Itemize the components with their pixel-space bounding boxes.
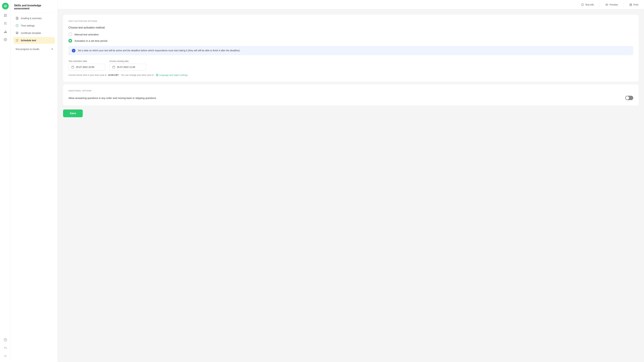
info-box: i Set a date on which your test will be … <box>68 46 633 55</box>
print-label: Print <box>634 3 638 6</box>
calendar-icon-1 <box>71 66 74 68</box>
sidebar-item-certificate-label: Certificate template <box>21 32 41 34</box>
nav-sidebar: Skills and knowledge assessment Grading … <box>11 0 58 362</box>
info-box-text: Set a date on which your test will be ac… <box>78 48 240 52</box>
icon-sidebar <box>0 0 11 362</box>
sidebar-item-grading[interactable]: Grading & summary <box>14 15 55 22</box>
alarm-icon <box>16 39 19 42</box>
activation-date-label: Test activation date <box>68 60 105 62</box>
settings-icon[interactable] <box>2 36 9 43</box>
svg-point-9 <box>5 39 6 40</box>
globe-icon <box>156 74 158 76</box>
closing-date-label: Access closing date <box>109 60 146 62</box>
radio-manual[interactable]: Manual test activation <box>68 32 633 36</box>
server-time-prefix: Current server time in your time zone is… <box>68 74 107 76</box>
sidebar-item-time-label: Time settings <box>21 24 35 27</box>
svg-point-21 <box>606 4 607 5</box>
expand-icon[interactable] <box>2 352 9 359</box>
activation-date-value: 25.07.2022 10:00 <box>76 66 94 68</box>
closing-date-value: 25.07.2022 11:00 <box>117 66 135 68</box>
server-time-value: 12:55 CET <box>108 74 118 76</box>
radio-manual-label: Manual test activation <box>74 33 99 36</box>
info-circle-icon <box>581 3 584 6</box>
svg-rect-0 <box>4 14 5 15</box>
print-icon <box>630 3 632 6</box>
back-icon[interactable] <box>2 344 9 351</box>
closing-date-group: Access closing date 25.07.2022 11:00 <box>109 60 146 70</box>
activation-date-input[interactable]: 25.07.2022 10:00 <box>68 64 105 70</box>
sidebar-item-grading-label: Grading & summary <box>21 17 42 20</box>
nav-section-test-progress[interactable]: Test progress & results ▾ <box>14 46 55 52</box>
toggle-row: Allow answering questions in any order a… <box>68 96 633 100</box>
info-icon: i <box>72 49 76 52</box>
dashboard-icon[interactable] <box>2 12 9 19</box>
users-icon[interactable] <box>2 20 9 27</box>
top-bar: Test info Preview Print <box>58 0 644 10</box>
eye-icon <box>606 3 608 6</box>
date-fields-row: Test activation date 25.07.2022 10:00 Ac… <box>68 60 633 70</box>
toggle-knob <box>626 96 629 100</box>
calendar-icon-2 <box>112 66 115 68</box>
preview-label: Preview <box>610 3 618 6</box>
print-button[interactable]: Print <box>628 2 640 7</box>
page-title: Skills and knowledge assessment <box>14 3 55 13</box>
scroll-area: TEST ACTIVATION OPTIONS Choose test acti… <box>58 10 644 362</box>
cert-icon <box>16 31 19 35</box>
doc-icon <box>16 16 19 20</box>
save-button[interactable]: Save <box>63 110 83 117</box>
svg-point-10 <box>4 338 7 342</box>
server-time-row: Current server time in your time zone is… <box>68 74 633 76</box>
activation-date-group: Test activation date 25.07.2022 10:00 <box>68 60 105 70</box>
additional-section-label: ADDITIONAL OPTIONS <box>68 90 633 92</box>
save-button-row: Save <box>63 108 639 120</box>
server-time-suffix: . You can change your time zone in : <box>120 74 155 76</box>
activation-section-label: TEST ACTIVATION OPTIONS <box>68 20 633 22</box>
clock-icon <box>16 24 19 27</box>
separator-2 <box>624 3 624 7</box>
radio-set-time-label: Activation in a set time period <box>74 40 107 42</box>
activation-card: TEST ACTIVATION OPTIONS Choose test acti… <box>63 15 639 82</box>
test-info-label: Test info <box>585 3 594 6</box>
sidebar-item-schedule[interactable]: Schedule test <box>14 37 55 44</box>
language-region-label: Language and region settings <box>159 74 188 76</box>
sidebar-item-time-settings[interactable]: Time settings <box>14 22 55 29</box>
sidebar-item-certificate[interactable]: Certificate template <box>14 30 55 36</box>
allow-any-order-toggle[interactable] <box>625 96 633 100</box>
test-info-button[interactable]: Test info <box>580 2 596 7</box>
radio-manual-circle <box>68 32 72 36</box>
app-logo <box>2 3 9 10</box>
chevron-down-icon: ▾ <box>52 48 53 51</box>
closing-date-input[interactable]: 25.07.2022 11:00 <box>109 64 146 70</box>
additional-options-card: ADDITIONAL OPTIONS Allow answering quest… <box>63 84 639 106</box>
radio-set-time-circle <box>68 39 72 42</box>
main-content: Test info Preview Print TEST ACTIVATION … <box>58 0 644 362</box>
svg-rect-27 <box>112 66 115 68</box>
language-region-link[interactable]: Language and region settings <box>156 74 188 76</box>
toggle-label: Allow answering questions in any order a… <box>68 96 156 100</box>
separator-1 <box>600 3 600 7</box>
svg-rect-2 <box>4 16 5 17</box>
radio-set-time[interactable]: Activation in a set time period <box>68 39 633 42</box>
svg-rect-3 <box>6 16 6 17</box>
help-icon[interactable] <box>2 336 9 343</box>
nav-section-label: Test progress & results <box>16 48 39 50</box>
svg-rect-23 <box>72 66 74 68</box>
choose-method-label: Choose test activation method: <box>68 26 633 29</box>
analytics-icon[interactable] <box>2 28 9 35</box>
svg-point-4 <box>4 22 6 24</box>
svg-rect-1 <box>6 14 6 15</box>
sidebar-item-schedule-label: Schedule test <box>21 39 36 42</box>
svg-rect-22 <box>630 5 632 6</box>
preview-button[interactable]: Preview <box>604 2 620 7</box>
